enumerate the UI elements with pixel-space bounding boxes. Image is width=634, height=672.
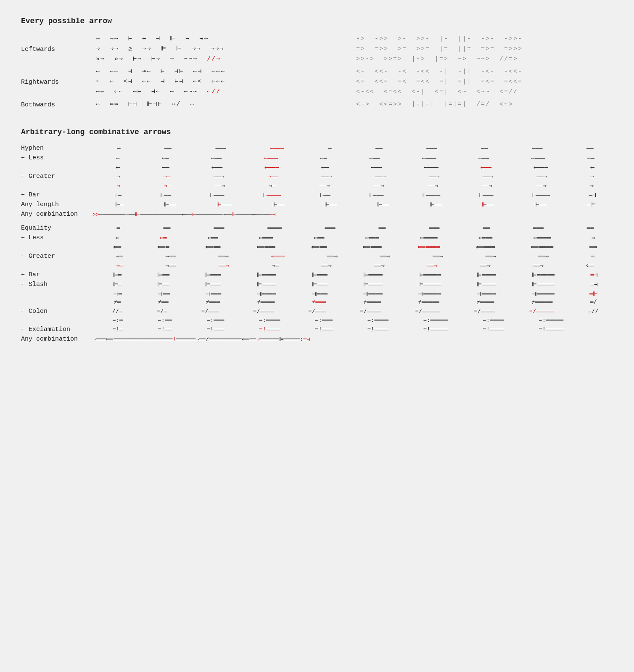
hgr2-c2: ⇒—	[145, 182, 190, 190]
eqbar2-c5: ⫣═══	[296, 290, 342, 298]
eq-bar-row2: ⫣═ ⫣══ ⫣═══ ⫣════ ⫣═══ ⫣════ ⫣═════ ⫣═══…	[21, 290, 613, 298]
eqbar-c8: ⊫════	[462, 271, 512, 279]
eq-plus-less-label: + Less	[21, 233, 92, 242]
equality-label: Equality	[21, 224, 92, 233]
any-combination-hyphen-label: Any combination	[21, 211, 92, 218]
hyphen-c7: ———	[407, 145, 457, 152]
eqbar-c7: ⊫═════	[403, 271, 456, 279]
leftwards-label: Leftwards	[21, 44, 92, 54]
hgr2-c1: ⇒	[98, 182, 140, 190]
hless2-c4: ⟵———	[246, 163, 298, 171]
eqbar2-c9: ⫣═════	[516, 290, 569, 298]
hyphen-c3: ———	[196, 145, 246, 152]
hyphen-c6: ——	[356, 145, 402, 152]
hbar-c3: ⊢———	[193, 191, 241, 199]
sl-c4: ≠════	[241, 299, 291, 306]
hyphen-label: Hyphen	[21, 144, 92, 153]
sl-c3: ≠═══	[190, 299, 236, 306]
alen-c2: ⊩——	[146, 201, 194, 209]
eqless2-c4: ⟸═══	[241, 243, 291, 251]
hgr-c5: ——→	[302, 173, 351, 180]
empty-label-2	[21, 185, 92, 187]
eqsl-c7: ⊫═════	[403, 280, 456, 288]
hbar-c9: ⊢————	[515, 191, 567, 199]
eq-greater-row1: + Greater ⇒═ ⇒══ ══⇒ ⇒═══ ══⇒ ══⇒ ══⇒ ══…	[21, 252, 613, 261]
hless-c2: ←—	[143, 154, 188, 162]
eq-colon-row2: =:═ =:══ =:═══ =:════ =:═══ =:════ =:═══…	[21, 317, 613, 324]
eqsl-c6: ⊫════	[348, 280, 398, 288]
eqgr2-c9: ══⇒	[514, 262, 562, 270]
eqless2-c10: ⟹	[574, 243, 613, 251]
co-c10: ═//	[573, 308, 613, 315]
eqsl-c4: ⊫════	[241, 280, 291, 288]
hyphen-greater-row: + Greater → →— ——→ →—— ——→ ——→ ——→ ——→ —…	[21, 172, 613, 181]
hyphen-greater2-row: ⇒ ⇒— ——⇒ ⇒— ——⇒ ——⇒ ——⇒ ——⇒ ——⇒ ⇒	[21, 182, 613, 190]
eq-colon-row: + Colon //═ =/═ =/═══ =/════ =/═══ =/═══…	[21, 307, 613, 316]
eqless2-c2: ⟸═	[142, 243, 185, 251]
co-c7: =/═════	[401, 308, 454, 315]
eqless2-c7: ⟸════	[402, 243, 455, 251]
eqless-c1: ⇐	[98, 234, 137, 242]
bothwards-symbols-left: ↔ ⇐⇒ ⊢⊣ ⊩⊣⊢ ↔/ ↔	[92, 98, 353, 111]
eqgr2-c7: ══⇒	[408, 262, 456, 270]
sl-c1: ≠═	[98, 299, 137, 306]
plus-bar-label: + Bar	[21, 190, 92, 199]
sl-c2: ≠══	[142, 299, 185, 306]
eq-bar-row1: + Bar ⊫═ ⊫══ ⊫═══ ⊫════ ⊫═══ ⊫════ ⊫════…	[21, 270, 613, 279]
eq-plus-excl-label: + Exclamation	[21, 325, 92, 334]
eqbar-c2: ⊫══	[142, 271, 185, 279]
hless-c8: ←——	[460, 154, 507, 162]
eqbar-c5: ⊫═══	[296, 271, 343, 279]
sl-c8: ≠════	[460, 299, 510, 306]
hyphen-less-row: + Less ← ←— ←—— ←——— ←— ←—— ←——— ←—— ←——…	[21, 153, 613, 162]
eqgr2-c8: ══⇒	[461, 262, 509, 270]
hgr2-c7: ——⇒	[408, 182, 457, 190]
ex-c2: =!══	[143, 326, 187, 333]
hgr-c2: →—	[144, 173, 190, 180]
section-title-1: Every possible arrow	[21, 17, 613, 25]
hless-c6: ←——	[351, 154, 398, 162]
eqless2-c5: ⟸══	[296, 243, 342, 251]
ex-c10	[583, 329, 613, 330]
hless2-c10: ⟵	[572, 163, 613, 171]
any-length-label: Any length	[21, 200, 92, 209]
eq-plus-bar-label: + Bar	[21, 270, 92, 279]
eqgr2-c1: ⇒═	[98, 262, 142, 270]
hgr-c3: ——→	[195, 173, 243, 180]
hgr-c4: →——	[248, 173, 297, 180]
eqbar2-c7: ⫣═════	[403, 290, 456, 298]
co-c2: =/═	[142, 308, 182, 315]
eqbar-c6: ⊫════	[348, 271, 398, 279]
eqbar2-c6: ⫣════	[348, 290, 398, 298]
hbar-c1: ⊢—	[98, 191, 139, 199]
plus-greater-label: + Greater	[21, 172, 92, 181]
ex-c9: =!═════	[524, 326, 578, 333]
hless-c3: ←——	[193, 154, 240, 162]
hgr2-c4: ⇒—	[249, 182, 295, 190]
hless2-c3: ⟵——	[193, 163, 241, 171]
eq-c8: ══	[464, 225, 509, 232]
hgr-c7: ——→	[410, 173, 459, 180]
hless2-c6: ⟵——	[352, 163, 400, 171]
eqgr2-c2: ⇒══	[147, 262, 195, 270]
hless-c10: ←—	[569, 154, 613, 162]
eq-plus-colon-label: + Colon	[21, 307, 92, 316]
hyphen-less2-row: ⟵ ⟵— ⟵—— ⟵——— ⟵— ⟵—— ⟵——— ⟵—— ⟵——— ⟵	[21, 163, 613, 171]
hgr2-c3: ——⇒	[195, 182, 244, 190]
eq-plus-slash-label: + Slash	[21, 280, 92, 289]
ex-c8: =!════	[468, 326, 519, 333]
eqbar-c9: ⊫═════	[517, 271, 570, 279]
eqbar-c1: ⊫═	[98, 271, 137, 279]
eqgr-c7: ══⇒	[414, 252, 462, 260]
eqgr-c9: ══⇒	[520, 252, 567, 260]
hyphen-c8: ——	[462, 145, 507, 152]
eqgr-c6: ══⇒	[361, 252, 409, 260]
any-combination-hyphen-row: Any combination >>————————→——⊩——————————…	[21, 211, 613, 218]
hyphen-c10: ——	[567, 145, 613, 152]
sl-c9: ≠═════	[515, 299, 569, 306]
eqgr2-c10: ⟸	[567, 262, 613, 270]
rightwards-label: Rightwards	[21, 77, 92, 87]
eqbar-c10: ═⊣	[575, 271, 613, 279]
eqless-c9: ⇐════	[515, 234, 569, 242]
ex-c3: =!═══	[192, 326, 239, 333]
